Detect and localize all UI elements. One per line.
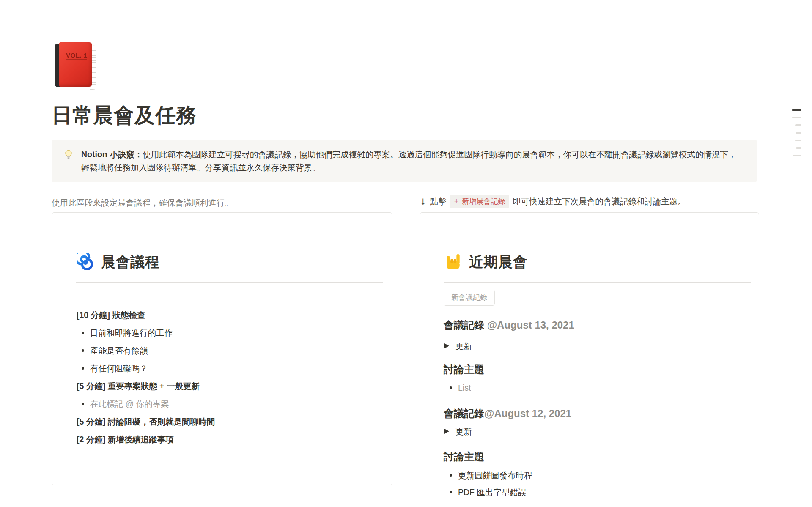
bullet-icon: [450, 474, 452, 477]
topics-heading: 討論主題: [444, 363, 484, 376]
book-cover-label: VOL. 1: [66, 52, 88, 59]
agenda-item: 在此標記 @ 你的專案: [77, 398, 380, 409]
agenda-card: 晨會議程 [10 分鐘] 狀態檢查 目前和即將進行的工作 產能是否有餘韻 有任何…: [52, 212, 392, 485]
recent-meetings-heading: 近期晨會: [469, 252, 527, 272]
new-meeting-badge-label: 新增晨會記錄: [462, 197, 505, 206]
cyclone-icon: [77, 253, 94, 271]
meeting-title: 會議記錄@August 12, 2021: [444, 407, 571, 420]
toc-dash: [796, 147, 801, 149]
table-of-contents-indicator[interactable]: [791, 109, 801, 162]
toc-dash: [792, 109, 801, 111]
toc-dash: [796, 132, 801, 134]
divider: [76, 282, 383, 283]
meeting-date-mention: @August 12, 2021: [484, 408, 571, 419]
agenda-item: 目前和即將進行的工作: [77, 327, 380, 338]
toc-dash: [793, 155, 801, 156]
agenda-item: [5 分鐘] 討論阻礙，否則就是閒聊時間: [77, 416, 380, 427]
tip-callout: Notion 小訣竅：使用此範本為團隊建立可搜尋的會議記錄，協助他們完成複雜的專…: [52, 140, 757, 182]
book-cover-subline: [66, 59, 87, 60]
bullet-icon: [82, 332, 84, 334]
right-intro-prefix: 點擊: [430, 196, 447, 207]
toc-dash: [795, 140, 801, 141]
agenda-item: [5 分鐘] 重要專案狀態 + 一般更新: [77, 381, 380, 392]
bullet-icon: [82, 367, 84, 370]
agenda-item: 產能是否有餘韻: [77, 345, 380, 356]
agenda-card-header: 晨會議程: [77, 252, 159, 272]
toc-dash: [792, 117, 801, 118]
topic-item: List: [450, 382, 471, 393]
agenda-item: [10 分鐘] 狀態檢查: [77, 310, 380, 321]
bullet-icon: [450, 491, 452, 493]
right-intro-suffix: 即可快速建立下次晨會的會議記錄和討論主題。: [513, 196, 686, 207]
book-cover: VOL. 1: [59, 42, 92, 87]
new-meeting-badge: + 新增晨會記錄: [450, 195, 510, 208]
agenda-item: [2 分鐘] 新增後續追蹤事項: [77, 434, 380, 445]
recent-meetings-card: 近期晨會 新會議紀錄 會議記錄 @August 13, 2021 更新 討論主題…: [420, 212, 759, 507]
divider: [444, 282, 751, 283]
agenda-item: 有任何阻礙嗎？: [77, 363, 380, 374]
toggle-triangle-icon: [444, 343, 449, 348]
bullet-icon: [82, 403, 84, 405]
toc-dash: [795, 124, 801, 126]
right-column-intro: ↓ 點擊 + 新增晨會記錄 即可快速建立下次晨會的會議記錄和討論主題。: [420, 195, 686, 208]
left-column-intro: 使用此區段來設定晨會議程，確保會議順利進行。: [52, 197, 233, 208]
tip-callout-body: 使用此範本為團隊建立可搜尋的會議記錄，協助他們完成複雜的專案。透過這個能夠促進團…: [81, 150, 736, 172]
plus-icon: +: [454, 197, 459, 206]
sign-of-horns-icon: [444, 253, 462, 271]
agenda-list: [10 分鐘] 狀態檢查 目前和即將進行的工作 產能是否有餘韻 有任何阻礙嗎？ …: [77, 310, 380, 452]
tip-callout-text: Notion 小訣竅：使用此範本為團隊建立可搜尋的會議記錄，協助他們完成複雜的專…: [81, 148, 740, 174]
toggle-triangle-icon: [444, 429, 449, 434]
tip-callout-bold-prefix: Notion 小訣竅：: [81, 150, 143, 159]
new-meeting-record-button[interactable]: 新會議紀錄: [444, 290, 495, 306]
recent-meetings-header: 近期晨會: [444, 252, 527, 272]
bullet-icon: [82, 349, 84, 352]
agenda-card-heading: 晨會議程: [101, 252, 159, 272]
bullet-icon: [450, 386, 452, 389]
page-title: 日常晨會及任務: [52, 103, 197, 128]
meeting-date-mention: @August 13, 2021: [484, 319, 574, 331]
updates-toggle[interactable]: 更新: [444, 426, 472, 437]
topic-item: 更新圓餅圖發布時程: [450, 470, 532, 481]
light-bulb-icon: [63, 149, 74, 160]
updates-toggle[interactable]: 更新: [444, 340, 472, 351]
notion-page: VOL. 1 日常晨會及任務 Notion 小訣竅：使用此範本為團隊建立可搜尋的…: [0, 0, 812, 507]
topic-item: PDF 匯出字型錯誤: [450, 487, 526, 498]
meeting-title: 會議記錄 @August 13, 2021: [444, 319, 574, 332]
down-arrow-icon: ↓: [420, 197, 427, 207]
topics-heading: 討論主題: [444, 450, 484, 463]
page-icon-book[interactable]: VOL. 1: [55, 42, 96, 90]
